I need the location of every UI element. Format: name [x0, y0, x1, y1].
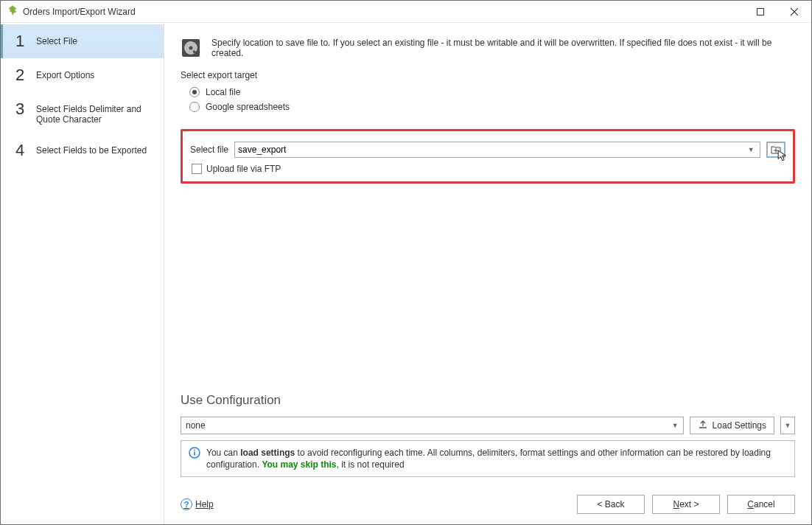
next-underline: N [673, 499, 679, 510]
step-number: 3 [15, 101, 26, 117]
wizard-window: Orders Import/Export Wizard 1 Select Fil… [0, 0, 812, 525]
step-export-options[interactable]: 2 Export Options [1, 58, 164, 92]
cancel-underline: C [747, 499, 754, 510]
wizard-steps-sidebar: 1 Select File 2 Export Options 3 Select … [1, 23, 164, 524]
svg-point-6 [194, 450, 195, 451]
upload-ftp-checkbox-row[interactable]: Upload file via FTP [190, 164, 785, 174]
load-settings-label: Load Settings [713, 420, 766, 431]
upload-icon [698, 420, 708, 432]
radio-local-file[interactable]: Local file [181, 85, 795, 100]
intro: Specify location to save file to. If you… [181, 38, 795, 58]
step-label: Select File [36, 33, 77, 46]
titlebar: Orders Import/Export Wizard [1, 1, 811, 23]
help-icon: ? [181, 498, 192, 510]
radio-google-spreadsheets[interactable]: Google spreadsheets [181, 100, 795, 114]
radio-icon [189, 87, 200, 97]
body: 1 Select File 2 Export Options 3 Select … [1, 23, 811, 524]
step-number: 4 [15, 142, 26, 159]
step-label: Select Fields to be Exported [36, 142, 147, 156]
next-label: Next > [673, 499, 699, 510]
radio-label: Local file [206, 87, 240, 97]
app-icon [7, 4, 18, 18]
info-icon [189, 447, 200, 462]
titlebar-left: Orders Import/Export Wizard [7, 4, 136, 18]
radio-label: Google spreadsheets [206, 102, 290, 112]
info-text-part: , it is not required [337, 459, 405, 470]
spacer [181, 184, 795, 384]
use-configuration-title: Use Configuration [181, 393, 795, 408]
configuration-select[interactable]: none ▼ [181, 417, 684, 434]
export-target-label: Select export target [181, 70, 795, 80]
svg-rect-7 [194, 452, 195, 456]
close-button[interactable] [777, 1, 811, 22]
chevron-down-icon[interactable]: ▼ [672, 422, 679, 429]
info-text-bold: load settings [240, 448, 295, 458]
file-path-input[interactable] [238, 145, 745, 155]
step-select-file[interactable]: 1 Select File [1, 24, 164, 58]
select-file-row: Select file ▼ [190, 142, 785, 158]
next-button[interactable]: Next > [652, 495, 720, 514]
load-settings-button[interactable]: Load Settings [690, 417, 774, 434]
help-label: Help [195, 499, 214, 510]
disk-icon [181, 38, 201, 58]
step-label: Select Fields Delimiter and Quote Charac… [36, 101, 156, 125]
upload-ftp-label: Upload file via FTP [206, 164, 281, 174]
checkbox-icon[interactable] [192, 164, 202, 174]
radio-icon [189, 102, 200, 112]
configuration-info-text: You can load settings to avoid reconfigu… [206, 447, 787, 470]
next-rest: ext > [679, 499, 699, 510]
svg-rect-0 [757, 8, 764, 15]
info-text-part: You can [206, 448, 240, 458]
configuration-value: none [186, 420, 206, 431]
cursor-icon [777, 150, 789, 161]
back-button[interactable]: < Back [577, 495, 645, 514]
load-settings-split[interactable]: ▼ [780, 417, 795, 434]
step-select-fields[interactable]: 4 Select Fields to be Exported [1, 133, 164, 167]
main-panel: Specify location to save file to. If you… [164, 23, 811, 524]
step-delimiter-quote[interactable]: 3 Select Fields Delimiter and Quote Char… [1, 92, 164, 133]
help-link[interactable]: ? Help [181, 498, 214, 510]
nav-buttons: < Back Next > Cancel [577, 495, 795, 514]
svg-point-3 [189, 46, 193, 50]
select-file-highlight: Select file ▼ Upload file via FTP [181, 129, 795, 184]
use-configuration-section: Use Configuration none ▼ Load Settings ▼ [181, 384, 795, 477]
intro-text: Specify location to save file to. If you… [211, 38, 795, 58]
info-text-skip: You may skip this [262, 459, 336, 470]
chevron-down-icon[interactable]: ▼ [745, 146, 757, 153]
configuration-row: none ▼ Load Settings ▼ [181, 417, 795, 434]
bottom-bar: ? Help < Back Next > Cancel [181, 477, 795, 514]
step-number: 2 [15, 67, 26, 83]
cancel-button[interactable]: Cancel [727, 495, 795, 514]
browse-button[interactable] [766, 142, 785, 158]
window-buttons [743, 1, 811, 22]
cancel-label: Cancel [747, 499, 774, 510]
configuration-info: You can load settings to avoid reconfigu… [181, 440, 795, 477]
file-path-combo[interactable]: ▼ [234, 142, 760, 158]
step-label: Export Options [36, 67, 94, 80]
window-title: Orders Import/Export Wizard [23, 7, 136, 17]
select-file-label: Select file [190, 145, 228, 155]
maximize-button[interactable] [743, 1, 777, 22]
cancel-rest: ancel [754, 499, 775, 510]
step-number: 1 [15, 33, 26, 49]
back-label: < Back [597, 499, 624, 510]
